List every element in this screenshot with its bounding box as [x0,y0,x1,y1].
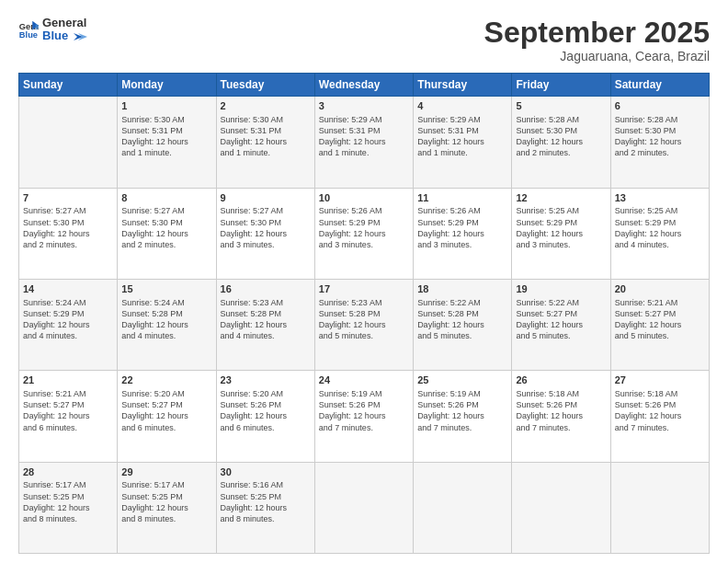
calendar-cell: 9Sunrise: 5:27 AM Sunset: 5:30 PM Daylig… [216,188,314,279]
day-number: 27 [615,373,705,387]
cell-info: Sunrise: 5:27 AM Sunset: 5:30 PM Dayligh… [23,205,113,250]
title-section: September 2025 Jaguaruana, Ceara, Brazil [484,17,710,63]
cell-info: Sunrise: 5:22 AM Sunset: 5:27 PM Dayligh… [516,297,606,342]
cell-info: Sunrise: 5:23 AM Sunset: 5:28 PM Dayligh… [221,297,311,342]
cell-info: Sunrise: 5:23 AM Sunset: 5:28 PM Dayligh… [319,297,409,342]
calendar-cell: 17Sunrise: 5:23 AM Sunset: 5:28 PM Dayli… [314,279,413,370]
day-number: 19 [516,282,606,296]
calendar-cell [512,462,610,553]
cell-info: Sunrise: 5:18 AM Sunset: 5:26 PM Dayligh… [615,388,705,433]
cell-info: Sunrise: 5:19 AM Sunset: 5:26 PM Dayligh… [417,388,507,433]
calendar-cell: 30Sunrise: 5:16 AM Sunset: 5:25 PM Dayli… [216,462,314,553]
calendar-cell: 1Sunrise: 5:30 AM Sunset: 5:31 PM Daylig… [118,97,216,188]
day-number: 16 [221,282,311,296]
calendar-cell: 25Sunrise: 5:19 AM Sunset: 5:26 PM Dayli… [414,371,512,462]
cell-info: Sunrise: 5:24 AM Sunset: 5:28 PM Dayligh… [121,297,211,342]
day-number: 17 [319,282,409,296]
cell-info: Sunrise: 5:17 AM Sunset: 5:25 PM Dayligh… [121,479,211,524]
svg-text:Blue: Blue [19,31,38,40]
day-number: 6 [615,99,705,113]
day-number: 5 [516,99,606,113]
calendar-cell [414,462,512,553]
cell-info: Sunrise: 5:28 AM Sunset: 5:30 PM Dayligh… [516,114,606,159]
weekday-thursday: Thursday [414,74,512,97]
calendar-cell: 7Sunrise: 5:27 AM Sunset: 5:30 PM Daylig… [19,188,118,279]
cell-info: Sunrise: 5:21 AM Sunset: 5:27 PM Dayligh… [23,388,113,433]
day-number: 8 [121,191,211,205]
cell-info: Sunrise: 5:30 AM Sunset: 5:31 PM Dayligh… [121,114,211,159]
cell-info: Sunrise: 5:25 AM Sunset: 5:29 PM Dayligh… [615,205,705,250]
weekday-tuesday: Tuesday [216,74,314,97]
cell-info: Sunrise: 5:22 AM Sunset: 5:28 PM Dayligh… [417,297,507,342]
cell-info: Sunrise: 5:26 AM Sunset: 5:29 PM Dayligh… [417,205,507,250]
cell-info: Sunrise: 5:29 AM Sunset: 5:31 PM Dayligh… [319,114,409,159]
day-number: 15 [121,282,211,296]
cell-info: Sunrise: 5:27 AM Sunset: 5:30 PM Dayligh… [221,205,311,250]
day-number: 14 [23,282,113,296]
calendar-cell: 15Sunrise: 5:24 AM Sunset: 5:28 PM Dayli… [118,279,216,370]
calendar-cell: 26Sunrise: 5:18 AM Sunset: 5:26 PM Dayli… [512,371,610,462]
calendar-cell: 29Sunrise: 5:17 AM Sunset: 5:25 PM Dayli… [118,462,216,553]
cell-info: Sunrise: 5:26 AM Sunset: 5:29 PM Dayligh… [319,205,409,250]
location-subtitle: Jaguaruana, Ceara, Brazil [484,49,710,63]
calendar-page: General Blue General Blue September 2025… [0,0,728,563]
day-number: 24 [319,373,409,387]
day-number: 4 [417,99,507,113]
logo-icon: General Blue [18,19,39,40]
day-number: 3 [319,99,409,113]
day-number: 20 [615,282,705,296]
week-row-2: 7Sunrise: 5:27 AM Sunset: 5:30 PM Daylig… [19,188,710,279]
weekday-saturday: Saturday [610,74,709,97]
calendar-cell: 22Sunrise: 5:20 AM Sunset: 5:27 PM Dayli… [118,371,216,462]
day-number: 21 [23,373,113,387]
calendar-cell: 11Sunrise: 5:26 AM Sunset: 5:29 PM Dayli… [414,188,512,279]
calendar-cell: 24Sunrise: 5:19 AM Sunset: 5:26 PM Dayli… [314,371,413,462]
cell-info: Sunrise: 5:28 AM Sunset: 5:30 PM Dayligh… [615,114,705,159]
logo-arrow-icon [74,31,88,42]
calendar-cell: 23Sunrise: 5:20 AM Sunset: 5:26 PM Dayli… [216,371,314,462]
cell-info: Sunrise: 5:16 AM Sunset: 5:25 PM Dayligh… [221,479,311,524]
calendar-cell [19,97,118,188]
logo-general: General [42,17,88,29]
logo-blue: Blue [42,29,88,42]
calendar-cell: 12Sunrise: 5:25 AM Sunset: 5:29 PM Dayli… [512,188,610,279]
calendar-cell: 18Sunrise: 5:22 AM Sunset: 5:28 PM Dayli… [414,279,512,370]
cell-info: Sunrise: 5:29 AM Sunset: 5:31 PM Dayligh… [417,114,507,159]
day-number: 12 [516,191,606,205]
week-row-1: 1Sunrise: 5:30 AM Sunset: 5:31 PM Daylig… [19,97,710,188]
logo: General Blue General Blue [18,17,88,43]
day-number: 23 [221,373,311,387]
day-number: 7 [23,191,113,205]
calendar-cell: 2Sunrise: 5:30 AM Sunset: 5:31 PM Daylig… [216,97,314,188]
cell-info: Sunrise: 5:27 AM Sunset: 5:30 PM Dayligh… [121,205,211,250]
weekday-monday: Monday [118,74,216,97]
day-number: 22 [121,373,211,387]
weekday-wednesday: Wednesday [314,74,413,97]
day-number: 1 [121,99,211,113]
day-number: 25 [417,373,507,387]
header: General Blue General Blue September 2025… [18,17,710,63]
calendar-cell: 14Sunrise: 5:24 AM Sunset: 5:29 PM Dayli… [19,279,118,370]
week-row-5: 28Sunrise: 5:17 AM Sunset: 5:25 PM Dayli… [19,462,710,553]
day-number: 2 [221,99,311,113]
day-number: 10 [319,191,409,205]
weekday-sunday: Sunday [19,74,118,97]
week-row-4: 21Sunrise: 5:21 AM Sunset: 5:27 PM Dayli… [19,371,710,462]
calendar-cell: 27Sunrise: 5:18 AM Sunset: 5:26 PM Dayli… [610,371,709,462]
cell-info: Sunrise: 5:18 AM Sunset: 5:26 PM Dayligh… [516,388,606,433]
cell-info: Sunrise: 5:17 AM Sunset: 5:25 PM Dayligh… [23,479,113,524]
cell-info: Sunrise: 5:24 AM Sunset: 5:29 PM Dayligh… [23,297,113,342]
cell-info: Sunrise: 5:19 AM Sunset: 5:26 PM Dayligh… [319,388,409,433]
calendar-cell: 6Sunrise: 5:28 AM Sunset: 5:30 PM Daylig… [610,97,709,188]
weekday-friday: Friday [512,74,610,97]
calendar-cell: 19Sunrise: 5:22 AM Sunset: 5:27 PM Dayli… [512,279,610,370]
day-number: 13 [615,191,705,205]
calendar-cell: 21Sunrise: 5:21 AM Sunset: 5:27 PM Dayli… [19,371,118,462]
calendar-cell: 16Sunrise: 5:23 AM Sunset: 5:28 PM Dayli… [216,279,314,370]
cell-info: Sunrise: 5:30 AM Sunset: 5:31 PM Dayligh… [221,114,311,159]
day-number: 18 [417,282,507,296]
weekday-header-row: SundayMondayTuesdayWednesdayThursdayFrid… [19,74,710,97]
cell-info: Sunrise: 5:20 AM Sunset: 5:27 PM Dayligh… [121,388,211,433]
calendar-cell: 8Sunrise: 5:27 AM Sunset: 5:30 PM Daylig… [118,188,216,279]
calendar-cell: 28Sunrise: 5:17 AM Sunset: 5:25 PM Dayli… [19,462,118,553]
